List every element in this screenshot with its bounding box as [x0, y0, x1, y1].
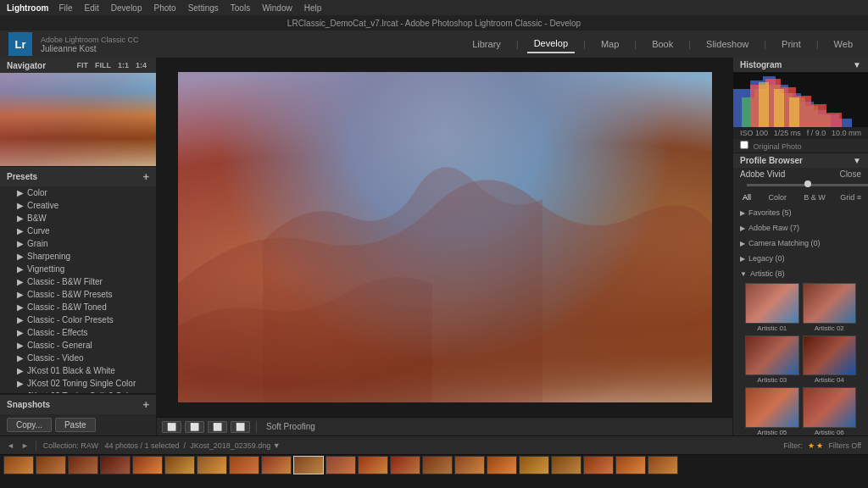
artistic-04-preset[interactable]: Artistic 04 — [803, 336, 857, 385]
paste-button[interactable]: Paste — [55, 418, 96, 432]
preset-classic-ef[interactable]: ▶Classic - Effects — [0, 326, 156, 339]
presets-add-icon[interactable]: + — [142, 170, 149, 183]
tab-color[interactable]: Color — [765, 192, 789, 202]
profile-browser-header[interactable]: Profile Browser ▼ — [733, 153, 868, 168]
camera-matching-header[interactable]: ▶ Camera Matching (0) — [740, 237, 861, 249]
film-thumb-21[interactable] — [648, 456, 678, 474]
toolbar-separator — [256, 421, 257, 433]
film-thumb-17[interactable] — [519, 456, 549, 474]
preset-jkost-01[interactable]: ▶JKost 01 Black & White — [0, 364, 156, 377]
nav-library[interactable]: Library — [465, 36, 508, 53]
film-thumb-9[interactable] — [261, 456, 292, 474]
1-4-btn[interactable]: 1:4 — [133, 60, 149, 70]
menu-photo[interactable]: Photo — [154, 3, 176, 13]
preset-classic-bwf[interactable]: ▶Classic - B&W Filter — [0, 275, 156, 288]
filter-tool-btn[interactable]: ⬜ — [231, 421, 250, 433]
nav-develop[interactable]: Develop — [527, 35, 575, 53]
preset-creative[interactable]: ▶Creative — [0, 199, 156, 212]
preset-classic-vid[interactable]: ▶Classic - Video — [0, 352, 156, 364]
filter-stars[interactable]: ★ ★ — [808, 441, 824, 450]
tab-all[interactable]: All — [740, 192, 754, 202]
film-thumb-20[interactable] — [615, 456, 646, 474]
film-thumb-5[interactable] — [132, 456, 163, 474]
copy-button[interactable]: Copy... — [7, 418, 52, 432]
menu-tools[interactable]: Tools — [231, 3, 250, 13]
nav-web[interactable]: Web — [827, 36, 860, 53]
nav-book[interactable]: Book — [645, 36, 680, 53]
film-thumb-6[interactable] — [164, 456, 195, 474]
next-image-btn[interactable]: ► — [21, 441, 29, 450]
preset-bw[interactable]: ▶B&W — [0, 212, 156, 225]
preset-curve[interactable]: ▶Curve — [0, 225, 156, 237]
1-1-btn[interactable]: 1:1 — [115, 60, 131, 70]
snapshots-add-icon[interactable]: + — [142, 398, 149, 411]
profile-browser-close-btn[interactable]: Close — [839, 169, 861, 179]
preset-classic-gen[interactable]: ▶Classic - General — [0, 339, 156, 352]
preset-sharpening[interactable]: ▶Sharpening — [0, 250, 156, 263]
film-thumb-12[interactable] — [358, 456, 388, 474]
film-thumb-15[interactable] — [454, 456, 485, 474]
legacy-header[interactable]: ▶ Legacy (0) — [740, 252, 861, 264]
film-thumb-1[interactable] — [3, 456, 34, 474]
nav-print[interactable]: Print — [775, 36, 808, 53]
lr-logo: Lr — [8, 32, 32, 56]
menu-settings[interactable]: Settings — [188, 3, 219, 13]
film-thumb-11[interactable] — [326, 456, 356, 474]
film-thumb-18[interactable] — [551, 456, 581, 474]
artistic-header[interactable]: ▼ Artistic (8) — [740, 268, 861, 280]
grid-view-btn[interactable]: Grid ≡ — [840, 193, 861, 202]
film-thumb-8[interactable] — [229, 456, 259, 474]
snapshots-header[interactable]: Snapshots + — [0, 394, 156, 414]
artistic-06-preset[interactable]: Artistic 06 — [803, 387, 857, 435]
heal-tool-btn[interactable]: ⬜ — [185, 421, 204, 433]
nav-sep-3: | — [627, 36, 643, 53]
main-image — [178, 72, 712, 402]
tab-bw[interactable]: B & W — [801, 192, 828, 202]
film-thumb-4[interactable] — [100, 456, 131, 474]
film-thumb-19[interactable] — [583, 456, 614, 474]
filters-state[interactable]: Filters Off — [828, 441, 861, 450]
menu-edit[interactable]: Edit — [85, 3, 99, 13]
film-thumb-16[interactable] — [487, 456, 517, 474]
navigator-header[interactable]: Navigator FIT FILL 1:1 1:4 — [0, 58, 156, 73]
artistic-label: Artistic (8) — [750, 269, 785, 278]
preset-classic-bwt[interactable]: ▶Classic - B&W Toned — [0, 301, 156, 313]
preset-vignetting[interactable]: ▶Vignetting — [0, 263, 156, 275]
film-thumb-13[interactable] — [390, 456, 420, 474]
film-thumb-14[interactable] — [422, 456, 453, 474]
film-thumb-10-selected[interactable] — [293, 456, 324, 474]
histogram-header[interactable]: Histogram ▼ — [733, 58, 868, 72]
artistic-01-preset[interactable]: Artistic 01 — [745, 283, 799, 332]
fit-btn[interactable]: FIT — [74, 60, 91, 70]
profile-amount-slider[interactable] — [747, 184, 868, 186]
menu-develop[interactable]: Develop — [111, 3, 142, 13]
adobe-raw-header[interactable]: ▶ Adobe Raw (7) — [740, 222, 861, 234]
nav-map[interactable]: Map — [594, 36, 626, 53]
artistic-03-preset[interactable]: Artistic 03 — [745, 336, 799, 385]
right-panel: Histogram ▼ — [732, 58, 868, 435]
preset-jkost-02[interactable]: ▶JKost 02 Toning Single Color — [0, 377, 156, 390]
preset-classic-bwp[interactable]: ▶Classic - B&W Presets — [0, 288, 156, 301]
prev-image-btn[interactable]: ◄ — [7, 441, 14, 450]
film-thumb-2[interactable] — [36, 456, 66, 474]
menu-file[interactable]: File — [58, 3, 72, 13]
filter-label: Filter: — [783, 441, 803, 450]
preset-color[interactable]: ▶Color — [0, 186, 156, 199]
preset-grain[interactable]: ▶Grain — [0, 237, 156, 250]
menu-window[interactable]: Window — [262, 3, 292, 13]
artistic-05-preset[interactable]: Artistic 05 — [745, 387, 799, 435]
film-thumb-3[interactable] — [68, 456, 98, 474]
fill-btn[interactable]: FILL — [92, 60, 114, 70]
crop-tool-btn[interactable]: ⬜ — [162, 421, 181, 433]
original-photo-checkbox[interactable] — [740, 141, 748, 149]
profile-browser-expand-icon: ▼ — [853, 156, 861, 165]
lr-user-info: Adobe Lightroom Classic CC Julieanne Kos… — [41, 36, 465, 53]
preset-classic-cp[interactable]: ▶Classic - Color Presets — [0, 313, 156, 326]
film-thumb-7[interactable] — [197, 456, 227, 474]
presets-header[interactable]: Presets + — [0, 166, 156, 186]
artistic-02-preset[interactable]: Artistic 02 — [803, 283, 857, 332]
nav-slideshow[interactable]: Slideshow — [699, 36, 755, 53]
menu-help[interactable]: Help — [304, 3, 322, 13]
favorites-header[interactable]: ▶ Favorites (5) — [740, 207, 861, 219]
red-eye-tool-btn[interactable]: ⬜ — [208, 421, 227, 433]
